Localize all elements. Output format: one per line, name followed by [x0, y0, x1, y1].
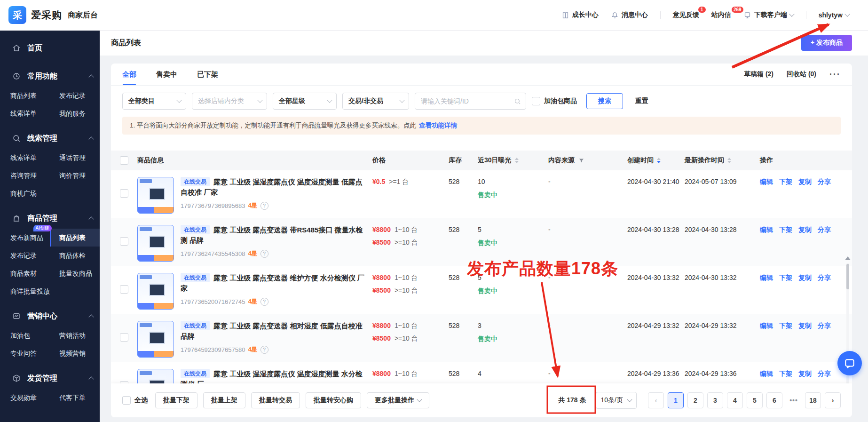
row-action-link[interactable]: 下架 — [779, 322, 792, 329]
sidebar-item[interactable]: 营销活动 — [50, 326, 100, 344]
row-action-link[interactable]: 分享 — [818, 370, 831, 377]
batch-action-button[interactable]: 批量下架 — [155, 392, 197, 408]
row-action-link[interactable]: 编辑 — [760, 226, 773, 233]
sidebar-item[interactable]: 视频营销 — [50, 344, 100, 362]
column-created-time[interactable]: 创建时间 — [627, 156, 685, 165]
page-button[interactable]: 3 — [707, 392, 723, 408]
product-thumbnail[interactable] — [137, 225, 174, 262]
sidebar-section-header[interactable]: 发货管理 — [0, 368, 100, 389]
filter-funnel-icon[interactable] — [578, 158, 584, 164]
message-center-link[interactable]: 消息中心 — [611, 11, 648, 19]
recycle-bin-link[interactable]: 回收站 (0) — [787, 70, 816, 79]
feature-detail-link[interactable]: 查看功能详情 — [419, 121, 457, 130]
shop-category-select[interactable]: 选择店铺内分类 — [192, 93, 267, 110]
sidebar-item[interactable]: 商详批量投放 — [0, 282, 50, 300]
page-button[interactable]: 18 — [805, 392, 821, 408]
publish-product-button[interactable]: + 发布商品 — [801, 35, 852, 51]
row-action-link[interactable]: 编辑 — [760, 178, 773, 185]
row-action-link[interactable]: 分享 — [818, 274, 831, 281]
download-client-link[interactable]: 下载客户端 — [743, 11, 794, 19]
star-level-select[interactable]: 全部星级 — [273, 93, 337, 110]
tab-off-shelf[interactable]: 已下架 — [197, 64, 218, 85]
row-action-link[interactable]: 复制 — [798, 274, 812, 281]
row-action-link[interactable]: 分享 — [818, 178, 831, 185]
row-action-link[interactable]: 下架 — [779, 226, 792, 233]
row-action-link[interactable]: 复制 — [798, 322, 812, 329]
tab-on-sale[interactable]: 售卖中 — [156, 64, 177, 85]
row-action-link[interactable]: 复制 — [798, 370, 812, 377]
sidebar-item[interactable]: 代客下单 — [50, 389, 100, 406]
column-exposure[interactable]: 近30日曝光 — [478, 156, 548, 165]
row-action-link[interactable]: 下架 — [779, 178, 792, 185]
feedback-link[interactable]: 意见反馈 1 — [673, 11, 699, 19]
more-menu-icon[interactable]: ··· — [829, 70, 841, 80]
sidebar-item[interactable]: 商品体检 — [50, 247, 100, 264]
scroll-up-icon[interactable] — [845, 256, 851, 260]
row-checkbox[interactable] — [120, 237, 128, 246]
help-icon[interactable]: ? — [260, 346, 268, 354]
customer-service-chat-button[interactable] — [837, 351, 862, 375]
batch-action-button[interactable]: 批量上架 — [203, 392, 245, 408]
reset-button[interactable]: 重置 — [635, 97, 648, 105]
sidebar-item[interactable]: 询价管理 — [50, 167, 100, 184]
row-action-link[interactable]: 复制 — [798, 178, 812, 185]
page-button[interactable]: 4 — [727, 392, 743, 408]
tab-all[interactable]: 全部 — [122, 64, 136, 85]
sidebar-item[interactable]: 发布新商品AI创建 — [0, 229, 50, 247]
sidebar-item[interactable]: 发布记录 — [0, 247, 50, 264]
sidebar-item[interactable]: 我的服务 — [50, 104, 100, 122]
fuel-pack-checkbox[interactable] — [532, 97, 540, 105]
sidebar-item[interactable]: 发布记录 — [50, 87, 100, 104]
sort-icon-active[interactable] — [657, 158, 661, 163]
product-thumbnail[interactable] — [137, 369, 174, 383]
trade-type-select[interactable]: 交易/非交易 — [342, 93, 409, 110]
sidebar-section-header[interactable]: 线索管理 — [0, 128, 100, 149]
row-action-link[interactable]: 编辑 — [760, 274, 773, 281]
page-button[interactable]: 6 — [766, 392, 782, 408]
product-thumbnail[interactable] — [137, 321, 174, 358]
row-action-link[interactable]: 分享 — [818, 226, 831, 233]
page-button[interactable]: 2 — [687, 392, 703, 408]
sidebar-item[interactable]: 通话管理 — [50, 149, 100, 167]
brand[interactable]: 采 爱采购 商家后台 — [0, 6, 98, 24]
next-page-button[interactable]: › — [825, 392, 841, 408]
row-action-link[interactable]: 下架 — [779, 370, 792, 377]
sidebar-item[interactable]: 线索详单 — [0, 104, 50, 122]
site-mail-link[interactable]: 站内信 269 — [711, 11, 731, 19]
sidebar-item[interactable]: 批量改商品 — [50, 264, 100, 282]
page-button[interactable]: 1 — [668, 392, 684, 408]
sidebar-item[interactable]: 商品列表 — [50, 229, 100, 247]
sidebar-item[interactable]: 商品列表 — [0, 87, 50, 104]
row-checkbox[interactable] — [120, 333, 128, 342]
product-thumbnail[interactable] — [137, 273, 174, 310]
row-action-link[interactable]: 下架 — [779, 274, 792, 281]
help-icon[interactable]: ? — [260, 250, 268, 258]
select-all-checkbox[interactable] — [122, 396, 131, 405]
product-thumbnail[interactable] — [137, 177, 174, 214]
select-all-header-checkbox[interactable] — [120, 156, 128, 165]
sort-icon[interactable] — [727, 158, 731, 163]
sidebar-item[interactable]: 商品素材 — [0, 264, 50, 282]
column-updated-time[interactable]: 最新操作时间 — [685, 156, 760, 165]
draft-box-link[interactable]: 草稿箱 (2) — [744, 70, 773, 79]
sidebar-item[interactable]: 加油包 — [0, 326, 50, 344]
sidebar-item[interactable]: 商机广场 — [0, 184, 50, 202]
prev-page-button[interactable]: ‹ — [648, 392, 664, 408]
sidebar-item[interactable]: 线索详单 — [0, 149, 50, 167]
help-icon[interactable]: ? — [260, 298, 268, 306]
sort-icon[interactable] — [515, 158, 519, 163]
row-action-link[interactable]: 复制 — [798, 226, 812, 233]
user-menu[interactable]: shlytyw — [819, 11, 849, 19]
row-checkbox[interactable] — [120, 189, 128, 198]
sidebar-item[interactable]: 交易勋章 — [0, 389, 50, 406]
sidebar-item[interactable]: 咨询管理 — [0, 167, 50, 184]
row-action-link[interactable]: 分享 — [818, 322, 831, 329]
column-content-source[interactable]: 内容来源 — [548, 156, 627, 165]
page-size-select[interactable]: 10条/页 — [596, 392, 637, 409]
sidebar-item-home[interactable]: 首页 — [0, 38, 100, 58]
category-select[interactable]: 全部类目 — [122, 93, 186, 110]
row-action-link[interactable]: 编辑 — [760, 322, 773, 329]
sidebar-item[interactable]: 专业问答 — [0, 344, 50, 362]
more-pages-icon[interactable]: ••• — [786, 393, 801, 408]
batch-action-button[interactable]: 更多批量操作 — [367, 392, 429, 408]
